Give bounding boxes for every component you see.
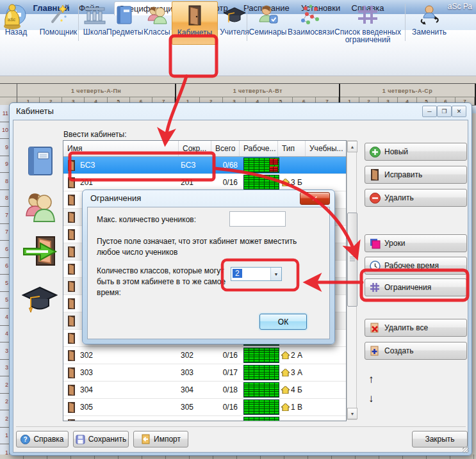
table-row[interactable]: 306 306 0/18 8 Б [63,416,346,421]
table-row[interactable]: 302 302 0/16 2 А [63,347,346,364]
close-icon[interactable]: ✕ [452,106,466,117]
table-row[interactable]: 201 201 0/16 3 Б [63,174,346,191]
room-total: 0/18 [212,382,238,398]
delete-all-button[interactable]: Удалить все [365,319,467,337]
table-row[interactable]: 304 304 0/18 4 Б [63,382,346,399]
scroll-up-icon[interactable]: ▲ [347,141,357,152]
move-up-arrow[interactable]: ↑ [368,373,374,386]
help-button[interactable]: ? Справка [16,431,69,447]
house-icon [281,403,290,411]
chevron-down-icon[interactable]: ▼ [270,268,281,280]
day-header: 1 четверть-А-Вт [176,84,340,97]
book-icon [106,1,142,28]
empty-note: Пустое поле означает, что этот кабинет м… [97,236,308,258]
room-class: 8 Б [281,416,302,421]
classes-count-combobox[interactable]: 2 ▼ [231,267,282,281]
resize-grip[interactable] [463,447,469,453]
room-class: 1 В [281,399,302,415]
toolbar-seminars-button[interactable]: Семинары [249,1,287,44]
toolbar-subjects-button[interactable]: Предметы [106,1,142,44]
maximize-button[interactable]: ❐ [437,106,452,117]
close-icon[interactable]: ✕ [300,192,330,205]
house-icon [281,421,290,421]
room-name: 306 [80,416,93,421]
worktime-grid[interactable] [243,399,279,415]
students-icon [142,1,172,28]
room-name: 304 [80,382,93,398]
delete-all-icon [365,323,384,334]
table-row[interactable]: БСЗ БСЗ 0/68 [63,157,346,174]
constraints-button[interactable]: Ограничения [365,278,467,296]
constraints-dialog: Ограничения ✕ Макс. количество учеников:… [82,189,335,344]
col-worktime[interactable]: Рабоче... [240,141,278,156]
move-down-arrow[interactable]: ↓ [368,392,374,405]
worktime-grid[interactable] [243,417,279,421]
person-check-icon [249,1,287,28]
close-button[interactable]: Закрыть [412,431,468,447]
worktime-grid[interactable] [243,175,279,190]
worktime-grid[interactable] [243,365,279,380]
delete-button[interactable]: Удалить [365,189,467,207]
door-icon [365,169,384,181]
room-abbr: 304 [181,382,193,398]
table-scrollbar[interactable]: ▲ ▼ [347,140,357,420]
teachers-side-icon[interactable] [19,281,61,317]
worktime-grid[interactable] [243,157,279,173]
col-type[interactable]: Тип [278,141,306,156]
new-button[interactable]: Новый [365,143,467,161]
timetable-day-headers: 1 четверть-А-Пн 1 четверть-А-Вт 1 четвер… [0,83,476,97]
col-class[interactable]: Учебны... [306,141,345,156]
toolbar-classes-button[interactable]: Классы [142,1,172,44]
col-name[interactable]: Имя [63,141,179,156]
toolbar-wizard-button[interactable]: Помощник [33,1,83,44]
classes-side-icon[interactable] [19,189,61,225]
toolbar-separator [405,4,406,41]
toolbar-replace-button[interactable]: Заменить [409,1,450,44]
rooms-table-header: Имя Сокр... Всего Рабоче... Тип Учебны..… [63,141,346,157]
max-students-input[interactable] [229,211,286,227]
window-title: aSc Ра [448,2,472,11]
toolbar-school-button[interactable]: Школа [81,1,109,44]
rooms-side-icon[interactable] [19,234,61,270]
toolbar-constraints-list-button[interactable]: Список введенных ограничений [334,1,402,44]
ruler-cell: 3 [0,342,10,360]
toolbar-rooms-button[interactable]: Кабинеты [172,1,218,45]
floppy-icon [76,435,85,444]
timetable-corner [0,84,17,97]
max-students-label: Макс. количество учеников: [97,214,196,225]
subjects-side-icon[interactable] [19,143,61,179]
ok-button[interactable]: ОК [259,314,307,330]
scrollbar-thumb[interactable] [347,213,357,307]
ruler-cell: 11 [0,105,10,122]
minimize-button[interactable]: ─ [422,106,437,117]
room-name: БСЗ [80,157,95,173]
edit-button[interactable]: Исправить [365,166,467,184]
lessons-button[interactable]: Уроки [365,234,467,252]
table-row[interactable]: 303 303 0/17 3 А [63,364,346,382]
network-icon [288,1,332,28]
room-class: 2 А [281,347,302,364]
ruler-cell: 9 [0,139,10,156]
worktime-grid[interactable] [243,382,279,398]
room-total: 0/18 [212,416,238,421]
school-icon [81,1,109,28]
house-icon [281,179,290,186]
house-icon [281,386,290,394]
create-button[interactable]: Создать [365,342,467,360]
ruler-cell: 3 [0,360,10,377]
scroll-down-icon[interactable]: ▼ [347,408,357,419]
table-row[interactable]: 305 305 0/16 1 В [63,399,346,416]
ruler-cell: 2 [0,394,10,411]
classes-count-label: Количество классов, которые могут быть в… [97,266,228,298]
col-total[interactable]: Всего [211,141,240,156]
col-abbr[interactable]: Сокр... [179,141,211,156]
worktime-grid[interactable] [243,348,279,363]
svg-text:?: ? [24,436,28,443]
import-button[interactable]: Импорт [133,431,188,447]
asc-bell-logo-icon: aSc [2,1,24,31]
toolbar-relations-button[interactable]: Взаимосвязи [288,1,332,44]
save-button[interactable]: Сохранить [73,431,129,447]
room-class: 4 Б [281,382,302,398]
ruler-cell: 7 [0,207,10,224]
working-time-button[interactable]: Рабочее время [365,257,467,275]
